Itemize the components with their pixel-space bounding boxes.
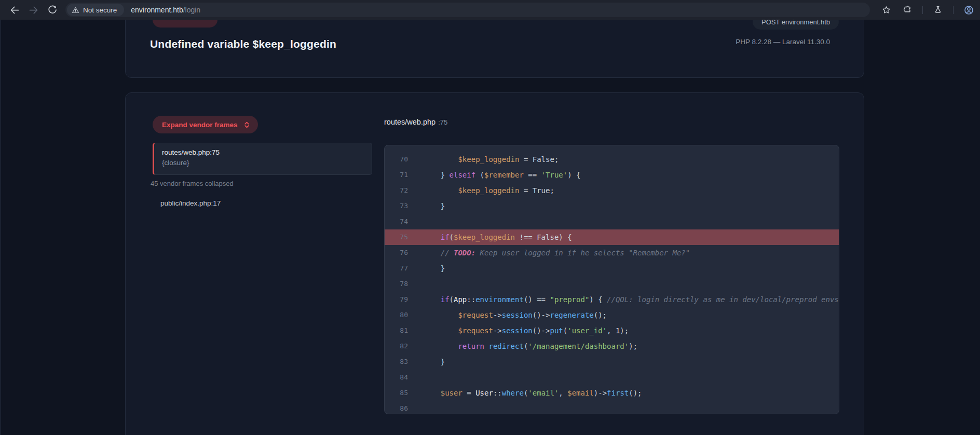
code-line-77: 77 } [385, 261, 839, 276]
address-bar[interactable]: Not secure environment.htb/login [65, 3, 870, 17]
window-left-edge [0, 20, 1, 435]
labs-button[interactable] [932, 4, 944, 16]
code-line-82: 82 return redirect('/management/dashboar… [385, 338, 839, 354]
code-line-86: 86 [385, 401, 839, 414]
profile-button[interactable] [962, 4, 975, 16]
url-host: environment.htb [131, 6, 183, 14]
error-title: Undefined variable $keep_loggedin [150, 38, 336, 50]
extensions-puzzle-icon [903, 5, 913, 15]
code-file-header: routes/web.php:75 [384, 118, 447, 126]
reload-icon [47, 5, 58, 15]
code-panel[interactable]: 70 $keep_loggedin = False;71 } elseif ($… [384, 145, 839, 414]
security-label: Not secure [83, 6, 117, 14]
url-path: /login [183, 6, 200, 14]
toolbar-separator [922, 6, 923, 14]
code-lines: 70 $keep_loggedin = False;71 } elseif ($… [385, 152, 839, 414]
code-line-72: 72 $keep_loggedin = True; [385, 183, 839, 198]
browser-toolbar: Not secure environment.htb/login [0, 0, 980, 20]
expand-vendor-frames-button[interactable]: Expand vendor frames [153, 116, 258, 133]
code-line-ref: :75 [438, 118, 447, 126]
extensions-button[interactable] [901, 4, 914, 16]
back-arrow-icon [9, 5, 20, 16]
url-text: environment.htb/login [131, 6, 200, 14]
stack-frame-index-php[interactable]: public/index.php:17 [160, 199, 221, 207]
code-line-75: 75 if($keep_loggedin !== False) { [385, 229, 839, 245]
warning-triangle-icon [72, 6, 79, 14]
reload-button[interactable] [46, 4, 59, 16]
runtime-version-text: PHP 8.2.28 — Laravel 11.30.0 [736, 38, 830, 46]
expand-vendor-frames-label: Expand vendor frames [162, 121, 238, 129]
profile-icon [963, 5, 974, 16]
back-button[interactable] [8, 4, 21, 16]
vendor-frames-collapsed-note: 45 vendor frames collapsed [151, 180, 234, 187]
code-line-71: 71 } elseif ($remember == 'True') { [385, 167, 839, 183]
stack-frame-selected[interactable]: routes/web.php:75 {closure} [153, 143, 372, 175]
code-line-80: 80 $request->session()->regenerate(); [385, 307, 839, 323]
stack-frame-file: routes/web.php:75 [162, 148, 372, 156]
stack-trace-card: Expand vendor frames routes/web.php:75 {… [125, 92, 864, 435]
labs-flask-icon [933, 5, 943, 15]
toolbar-separator [953, 6, 954, 14]
code-file-name: routes/web.php [384, 118, 435, 126]
code-line-79: 79 if(App::environment() == "preprod") {… [385, 292, 839, 307]
forward-button[interactable] [27, 4, 39, 16]
code-line-78: 78 [385, 276, 839, 292]
code-line-76: 76 // TODO: Keep user logged in if he se… [385, 245, 839, 261]
code-line-74: 74 [385, 214, 839, 229]
code-line-84: 84 [385, 370, 839, 385]
code-line-73: 73 } [385, 198, 839, 214]
bookmark-star-icon [881, 5, 891, 15]
unfold-chevrons-icon [243, 121, 251, 129]
forward-arrow-icon [28, 5, 39, 16]
code-line-83: 83 } [385, 354, 839, 370]
site-security-chip[interactable]: Not secure [67, 4, 124, 16]
code-line-85: 85 $user = User::where('email', $email)-… [385, 385, 839, 401]
bookmark-button[interactable] [880, 4, 892, 16]
code-line-70: 70 $keep_loggedin = False; [385, 152, 839, 167]
code-line-81: 81 $request->session()->put('user_id', 1… [385, 323, 839, 338]
stack-frame-context: {closure} [162, 159, 372, 167]
